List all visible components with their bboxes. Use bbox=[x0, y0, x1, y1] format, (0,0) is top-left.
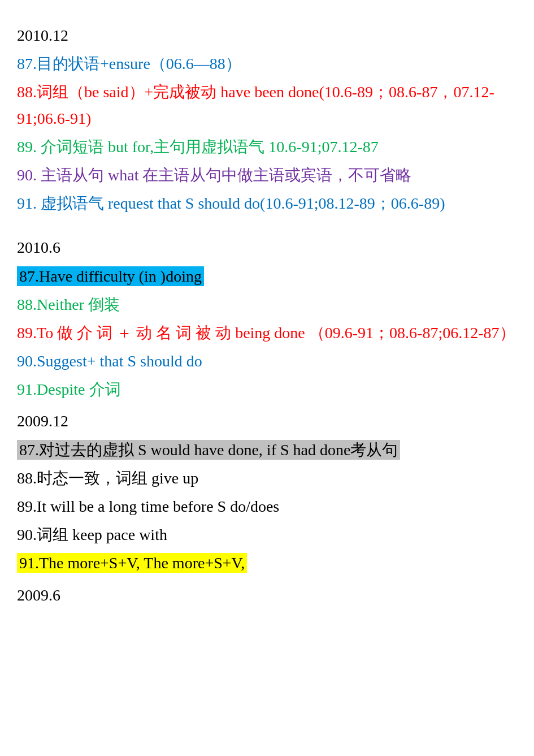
line-89-2010-12: 89. 介词短语 but for,主句用虚拟语气 10.6-91;07.12-8… bbox=[17, 134, 517, 160]
section-2009-12: 2009.12 87.对过去的虚拟 S would have done, if … bbox=[17, 408, 517, 576]
highlighted-text-87-2009-12: 87.对过去的虚拟 S would have done, if S had do… bbox=[17, 440, 400, 460]
line-88-2010-12: 88.词组（be said）+完成被动 have been done(10.6-… bbox=[17, 79, 517, 131]
highlighted-text-87-2010-6: 87.Have difficulty (in )doing bbox=[17, 266, 204, 286]
line-90-2009-12: 90.词组 keep pace with bbox=[17, 522, 517, 548]
line-87-2009-12: 87.对过去的虚拟 S would have done, if S had do… bbox=[17, 437, 517, 463]
section-title-2009-6: 2009.6 bbox=[17, 582, 517, 608]
line-89-2010-6: 89.To 做 介 词 ＋ 动 名 词 被 动 being done （09.6… bbox=[17, 320, 517, 346]
section-2009-6: 2009.6 bbox=[17, 582, 517, 608]
line-90-2010-6: 90.Suggest+ that S should do bbox=[17, 348, 517, 374]
line-89-2009-12: 89.It will be a long time before S do/do… bbox=[17, 494, 517, 520]
line-91-2010-6: 91.Despite 介词 bbox=[17, 377, 517, 403]
line-88-2009-12: 88.时态一致，词组 give up bbox=[17, 465, 517, 491]
section-2010-12: 2010.12 87.目的状语+ensure（06.6—88） 88.词组（be… bbox=[17, 23, 517, 217]
section-title-2010-6: 2010.6 bbox=[17, 235, 517, 261]
line-88-2010-6: 88.Neither 倒装 bbox=[17, 292, 517, 318]
section-title-2010-12: 2010.12 bbox=[17, 23, 517, 49]
line-91-2009-12: 91.The more+S+V, The more+S+V, bbox=[17, 550, 517, 576]
line-87-2010-6: 87.Have difficulty (in )doing bbox=[17, 263, 517, 290]
line-87-2010-12: 87.目的状语+ensure（06.6—88） bbox=[17, 51, 517, 77]
page-content: 2010.12 87.目的状语+ensure（06.6—88） 88.词组（be… bbox=[17, 23, 517, 608]
highlighted-text-91-2009-12: 91.The more+S+V, The more+S+V, bbox=[17, 553, 247, 573]
line-90-2010-12: 90. 主语从句 what 在主语从句中做主语或宾语，不可省略 bbox=[17, 162, 517, 188]
section-title-2009-12: 2009.12 bbox=[17, 408, 517, 434]
section-2010-6: 2010.6 87.Have difficulty (in )doing 88.… bbox=[17, 235, 517, 403]
line-91-2010-12: 91. 虚拟语气 request that S should do(10.6-9… bbox=[17, 191, 517, 217]
